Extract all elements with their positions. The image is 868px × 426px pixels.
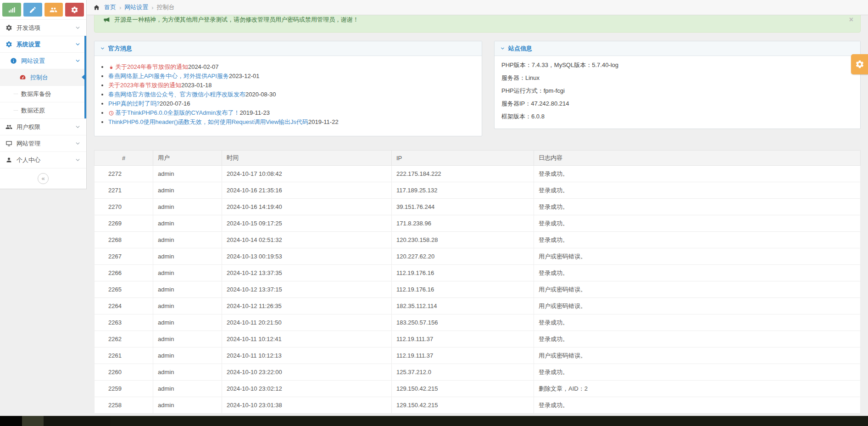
cell-user: admin [153, 314, 222, 331]
taskbar-segment [22, 416, 44, 426]
cell-user: admin [153, 182, 222, 199]
breadcrumb-home-link[interactable]: 首页 [104, 3, 116, 11]
column-header-ip[interactable]: IP [392, 151, 534, 166]
table-row[interactable]: 2261 admin 2024-10-11 10:12:13 112.19.11… [95, 348, 861, 364]
cell-ip: 120.230.158.28 [392, 232, 534, 248]
site-info-line: PHP版本：7.4.33，MySQL版本：5.7.40-log [501, 62, 853, 68]
message-item: 关于2024年春节放假的通知2024-02-07 [108, 62, 482, 72]
chart-bars-icon [8, 6, 16, 14]
breadcrumb-separator: › [119, 4, 121, 11]
table-row[interactable]: 2271 admin 2024-10-16 21:35:16 117.189.2… [95, 182, 861, 199]
table-row[interactable]: 2262 admin 2024-10-11 10:12:41 112.19.11… [95, 331, 861, 348]
column-header-time[interactable]: 时间 [222, 151, 392, 166]
cell-id: 2263 [95, 314, 153, 331]
settings-button[interactable] [65, 3, 84, 17]
sidebar-item-personal-center[interactable]: 个人中心 [0, 151, 86, 168]
cell-id: 2267 [95, 248, 153, 265]
stats-button[interactable] [2, 3, 21, 17]
edit-button[interactable] [23, 3, 42, 17]
sidebar-item-site-manage[interactable]: 网站管理 [0, 135, 86, 151]
message-link[interactable]: ThinkPHP6.0使用header()函数无效，如何使用Request调用V… [108, 118, 308, 125]
chevron-down-icon [75, 124, 81, 130]
users-button[interactable] [45, 3, 63, 17]
info-icon [10, 57, 17, 64]
table-row[interactable]: 2264 admin 2024-10-12 11:26:35 182.35.11… [95, 298, 861, 314]
cell-user: admin [153, 348, 222, 364]
cell-id: 2259 [95, 381, 153, 397]
close-icon[interactable]: × [849, 16, 853, 23]
sidebar: 开发选项 系统设置 网站设置 控制台 数据库备份 数据还原 用户权限 网站管理 [0, 0, 87, 189]
cell-ip: 117.189.25.132 [392, 182, 534, 199]
sidebar-item-user-rights[interactable]: 用户权限 [0, 118, 86, 135]
table-row[interactable]: 2269 admin 2024-10-15 09:17:25 171.8.238… [95, 215, 861, 232]
theme-settings-button[interactable] [851, 54, 868, 74]
cell-log: 登录成功。 [534, 166, 861, 182]
table-row[interactable]: 2258 admin 2024-10-10 23:01:38 129.150.4… [95, 397, 861, 414]
cell-user: admin [153, 232, 222, 248]
message-date: 2020-08-30 [245, 91, 276, 98]
sidebar-item-label: 网站管理 [17, 140, 40, 148]
cell-log: 登录成功。 [534, 215, 861, 232]
cell-ip: 112.19.176.16 [392, 265, 534, 281]
sidebar-item-label: 控制台 [30, 73, 48, 82]
site-info-line: 服务器：Linux [501, 75, 853, 81]
breadcrumb: 首页 › 网站设置 › 控制台 [93, 3, 175, 11]
breadcrumb-section-link[interactable]: 网站设置 [124, 3, 148, 11]
cell-log: 登录成功。 [534, 232, 861, 248]
table-row[interactable]: 2266 admin 2024-10-12 13:37:35 112.19.17… [95, 265, 861, 281]
cell-log: 登录成功。 [534, 182, 861, 199]
column-header-id[interactable]: # [95, 151, 153, 166]
cell-id: 2260 [95, 364, 153, 381]
cell-time: 2024-10-16 21:35:16 [222, 182, 392, 199]
chevron-down-icon [75, 157, 81, 163]
cell-user: admin [153, 166, 222, 182]
table-row[interactable]: 2270 admin 2024-10-16 14:19:40 39.151.76… [95, 199, 861, 215]
sidebar-item-db-restore[interactable]: 数据还原 [0, 102, 86, 118]
sidebar-collapse-button[interactable]: « [38, 173, 49, 184]
cell-time: 2024-10-12 11:26:35 [222, 298, 392, 314]
message-link[interactable]: PHP真的过时了吗? [108, 100, 160, 107]
table-row[interactable]: 2259 admin 2024-10-10 23:02:12 129.150.4… [95, 381, 861, 397]
sidebar-item-db-backup[interactable]: 数据库备份 [0, 85, 86, 102]
sidebar-item-label: 数据库备份 [21, 90, 51, 98]
cell-ip: 112.19.111.37 [392, 348, 534, 364]
chevron-down-icon [75, 41, 81, 47]
pencil-icon [29, 6, 37, 14]
cell-time: 2024-10-11 10:12:13 [222, 348, 392, 364]
cell-user: admin [153, 298, 222, 314]
message-link[interactable]: 春燕网络官方微信公众号、官方微信小程序改版发布 [108, 91, 245, 98]
cogs-icon [71, 6, 78, 14]
monitor-icon [6, 140, 12, 147]
cell-id: 2270 [95, 199, 153, 215]
chevron-down-icon [100, 46, 105, 51]
message-item: PHP真的过时了吗?2020-07-16 [108, 99, 482, 108]
message-link[interactable]: 关于2024年春节放假的通知 [115, 63, 188, 70]
table-row[interactable]: 2263 admin 2024-10-11 20:21:50 183.250.5… [95, 314, 861, 331]
cell-log: 登录成功。 [534, 364, 861, 381]
table-row[interactable]: 2267 admin 2024-10-13 00:19:53 120.227.6… [95, 248, 861, 265]
table-row[interactable]: 2260 admin 2024-10-10 23:22:00 125.37.21… [95, 364, 861, 381]
official-messages-header[interactable]: 官方消息 [95, 41, 482, 56]
cell-ip: 222.175.184.222 [392, 166, 534, 182]
sidebar-item-dev-options[interactable]: 开发选项 [0, 19, 86, 36]
megaphone-icon [103, 16, 111, 23]
sidebar-item-console[interactable]: 控制台 [0, 69, 86, 85]
message-link[interactable]: 春燕网络新上API服务中心，对外提供API服务 [108, 73, 229, 79]
table-row[interactable]: 2272 admin 2024-10-17 10:08:42 222.175.1… [95, 166, 861, 182]
column-header-user[interactable]: 用户 [153, 151, 222, 166]
cell-time: 2024-10-12 13:37:15 [222, 281, 392, 298]
main-content: 开源是一种精神，为方便其他用户登录测试，请勿修改管理员用户密码或禁用管理员，谢谢… [87, 0, 868, 414]
site-info-header[interactable]: 站点信息 [495, 41, 860, 56]
message-link[interactable]: 关于2023年春节放假的通知 [108, 82, 181, 89]
home-icon [93, 4, 100, 11]
message-item: 基于ThinkPHP6.0.0全新版的CYAdmin发布了！2019-11-23 [108, 108, 482, 118]
sidebar-item-system-settings[interactable]: 系统设置 [0, 36, 86, 52]
taskbar [0, 416, 868, 426]
table-row[interactable]: 2265 admin 2024-10-12 13:37:15 112.19.17… [95, 281, 861, 298]
message-link[interactable]: 基于ThinkPHP6.0.0全新版的CYAdmin发布了！ [115, 109, 239, 116]
cell-user: admin [153, 364, 222, 381]
column-header-log[interactable]: 日志内容 [534, 151, 861, 166]
sidebar-item-website-settings[interactable]: 网站设置 [0, 52, 86, 69]
table-row[interactable]: 2268 admin 2024-10-14 02:51:32 120.230.1… [95, 232, 861, 248]
breadcrumb-current: 控制台 [157, 3, 175, 11]
